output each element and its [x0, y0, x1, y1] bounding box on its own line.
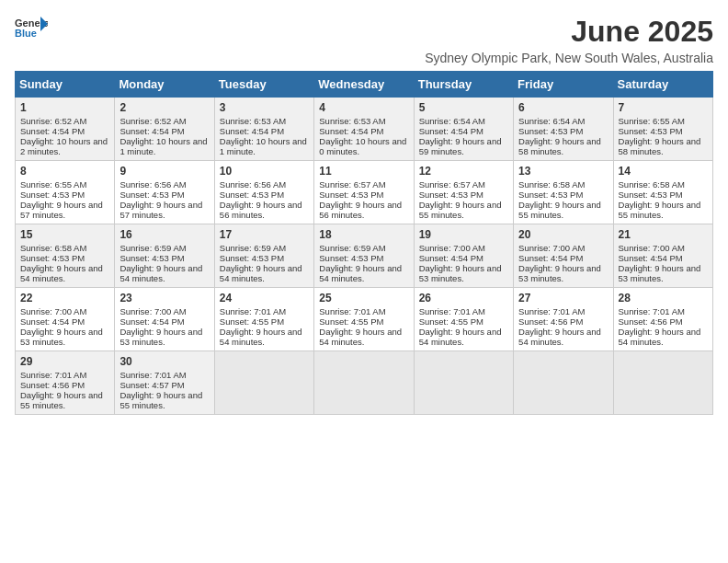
sunset: Sunset: 4:55 PM: [319, 316, 383, 327]
day-number: 3: [220, 101, 309, 114]
sunrise: Sunrise: 6:53 AM: [319, 116, 385, 126]
daylight-label: Daylight: 10 hours and 1 minute.: [220, 136, 307, 156]
day-number: 18: [319, 228, 408, 241]
day-number: 16: [119, 228, 209, 241]
sunset: Sunset: 4:54 PM: [319, 126, 383, 136]
sunrise: Sunrise: 7:01 AM: [20, 370, 86, 380]
sunrise: Sunrise: 6:54 AM: [419, 116, 485, 126]
daylight-label: Daylight: 9 hours and 54 minutes.: [220, 263, 302, 283]
sunrise: Sunrise: 6:59 AM: [319, 243, 385, 253]
sunrise: Sunrise: 7:01 AM: [319, 306, 385, 316]
daylight-label: Daylight: 9 hours and 57 minutes.: [20, 200, 103, 220]
calendar-cell: 16Sunrise: 6:59 AMSunset: 4:53 PMDayligh…: [115, 224, 214, 288]
header-friday: Friday: [514, 72, 613, 98]
day-number: 24: [220, 292, 309, 304]
calendar-cell: 26Sunrise: 7:01 AMSunset: 4:55 PMDayligh…: [414, 288, 513, 351]
daylight-label: Daylight: 9 hours and 59 minutes.: [419, 136, 502, 156]
sunset: Sunset: 4:54 PM: [220, 126, 284, 136]
sunrise: Sunrise: 7:00 AM: [119, 306, 186, 316]
calendar-cell: 4Sunrise: 6:53 AMSunset: 4:54 PMDaylight…: [314, 98, 414, 161]
day-number: 28: [619, 292, 708, 304]
calendar-cell: [613, 351, 712, 415]
calendar-cell: 9Sunrise: 6:56 AMSunset: 4:53 PMDaylight…: [115, 161, 214, 224]
calendar-cell: 1Sunrise: 6:52 AMSunset: 4:54 PMDaylight…: [16, 98, 115, 161]
calendar-cell: 6Sunrise: 6:54 AMSunset: 4:53 PMDaylight…: [514, 98, 613, 161]
calendar-cell: [514, 351, 613, 415]
sunset: Sunset: 4:53 PM: [619, 126, 683, 136]
daylight-label: Daylight: 9 hours and 53 minutes.: [619, 263, 701, 283]
sunset: Sunset: 4:56 PM: [619, 316, 683, 327]
calendar-week-row: 22Sunrise: 7:00 AMSunset: 4:54 PMDayligh…: [16, 288, 713, 351]
sunset: Sunset: 4:53 PM: [119, 190, 184, 200]
calendar-cell: 28Sunrise: 7:01 AMSunset: 4:56 PMDayligh…: [613, 288, 712, 351]
sunset: Sunset: 4:53 PM: [220, 190, 284, 200]
sunrise: Sunrise: 6:52 AM: [119, 116, 186, 126]
daylight-label: Daylight: 9 hours and 58 minutes.: [619, 136, 701, 156]
sunrise: Sunrise: 6:55 AM: [619, 116, 685, 126]
header-thursday: Thursday: [414, 72, 513, 98]
calendar-cell: 19Sunrise: 7:00 AMSunset: 4:54 PMDayligh…: [414, 224, 513, 288]
daylight-label: Daylight: 9 hours and 53 minutes.: [518, 263, 601, 283]
sunrise: Sunrise: 7:00 AM: [20, 306, 86, 316]
sunset: Sunset: 4:53 PM: [518, 190, 583, 200]
sunrise: Sunrise: 6:53 AM: [220, 116, 286, 126]
calendar-cell: 17Sunrise: 6:59 AMSunset: 4:53 PMDayligh…: [214, 224, 313, 288]
sunset: Sunset: 4:54 PM: [119, 126, 184, 136]
day-number: 25: [319, 292, 408, 304]
sunset: Sunset: 4:57 PM: [119, 380, 184, 390]
sunrise: Sunrise: 6:58 AM: [20, 243, 86, 253]
subtitle: Sydney Olympic Park, New South Wales, Au…: [425, 51, 713, 65]
day-number: 6: [518, 101, 608, 114]
day-number: 8: [20, 165, 109, 178]
calendar-cell: [314, 351, 414, 415]
calendar-cell: 11Sunrise: 6:57 AMSunset: 4:53 PMDayligh…: [314, 161, 414, 224]
sunrise: Sunrise: 7:01 AM: [419, 306, 485, 316]
calendar-cell: 21Sunrise: 7:00 AMSunset: 4:54 PMDayligh…: [613, 224, 712, 288]
calendar-week-row: 1Sunrise: 6:52 AMSunset: 4:54 PMDaylight…: [16, 98, 713, 161]
calendar-cell: 7Sunrise: 6:55 AMSunset: 4:53 PMDaylight…: [613, 98, 712, 161]
daylight-label: Daylight: 9 hours and 53 minutes.: [419, 263, 502, 283]
sunrise: Sunrise: 6:59 AM: [220, 243, 286, 253]
header: General Blue June 2025 Sydney Olympic Pa…: [15, 15, 713, 65]
sunset: Sunset: 4:53 PM: [518, 126, 583, 136]
sunset: Sunset: 4:53 PM: [119, 253, 184, 263]
calendar-cell: [414, 351, 513, 415]
sunset: Sunset: 4:54 PM: [119, 316, 184, 327]
sunset: Sunset: 4:53 PM: [619, 190, 683, 200]
sunrise: Sunrise: 6:57 AM: [319, 179, 385, 190]
sunrise: Sunrise: 6:56 AM: [119, 179, 186, 190]
calendar-cell: 15Sunrise: 6:58 AMSunset: 4:53 PMDayligh…: [16, 224, 115, 288]
daylight-label: Daylight: 9 hours and 54 minutes.: [20, 263, 103, 283]
calendar-cell: 5Sunrise: 6:54 AMSunset: 4:54 PMDaylight…: [414, 98, 513, 161]
daylight-label: Daylight: 9 hours and 56 minutes.: [220, 200, 302, 220]
calendar-cell: 2Sunrise: 6:52 AMSunset: 4:54 PMDaylight…: [115, 98, 214, 161]
calendar-table: SundayMondayTuesdayWednesdayThursdayFrid…: [15, 71, 713, 415]
sunset: Sunset: 4:53 PM: [319, 253, 383, 263]
sunset: Sunset: 4:53 PM: [419, 190, 483, 200]
daylight-label: Daylight: 9 hours and 55 minutes.: [20, 390, 103, 410]
daylight-label: Daylight: 9 hours and 58 minutes.: [518, 136, 601, 156]
sunrise: Sunrise: 6:57 AM: [419, 179, 485, 190]
sunset: Sunset: 4:56 PM: [20, 380, 85, 390]
sunset: Sunset: 4:54 PM: [419, 253, 483, 263]
logo: General Blue: [15, 15, 48, 40]
sunrise: Sunrise: 7:01 AM: [619, 306, 685, 316]
day-number: 30: [119, 355, 209, 368]
sunset: Sunset: 4:54 PM: [20, 126, 85, 136]
calendar-cell: [214, 351, 313, 415]
daylight-label: Daylight: 9 hours and 54 minutes.: [518, 327, 601, 347]
calendar-cell: 8Sunrise: 6:55 AMSunset: 4:53 PMDaylight…: [16, 161, 115, 224]
sunset: Sunset: 4:53 PM: [20, 190, 85, 200]
sunrise: Sunrise: 6:58 AM: [619, 179, 685, 190]
header-monday: Monday: [115, 72, 214, 98]
calendar-cell: 20Sunrise: 7:00 AMSunset: 4:54 PMDayligh…: [514, 224, 613, 288]
calendar-week-row: 15Sunrise: 6:58 AMSunset: 4:53 PMDayligh…: [16, 224, 713, 288]
calendar-cell: 18Sunrise: 6:59 AMSunset: 4:53 PMDayligh…: [314, 224, 414, 288]
day-number: 12: [419, 165, 508, 178]
sunrise: Sunrise: 7:01 AM: [119, 370, 186, 380]
day-number: 15: [20, 228, 109, 241]
sunrise: Sunrise: 7:01 AM: [518, 306, 585, 316]
daylight-label: Daylight: 9 hours and 54 minutes.: [619, 327, 701, 347]
calendar-week-row: 8Sunrise: 6:55 AMSunset: 4:53 PMDaylight…: [16, 161, 713, 224]
header-tuesday: Tuesday: [214, 72, 313, 98]
